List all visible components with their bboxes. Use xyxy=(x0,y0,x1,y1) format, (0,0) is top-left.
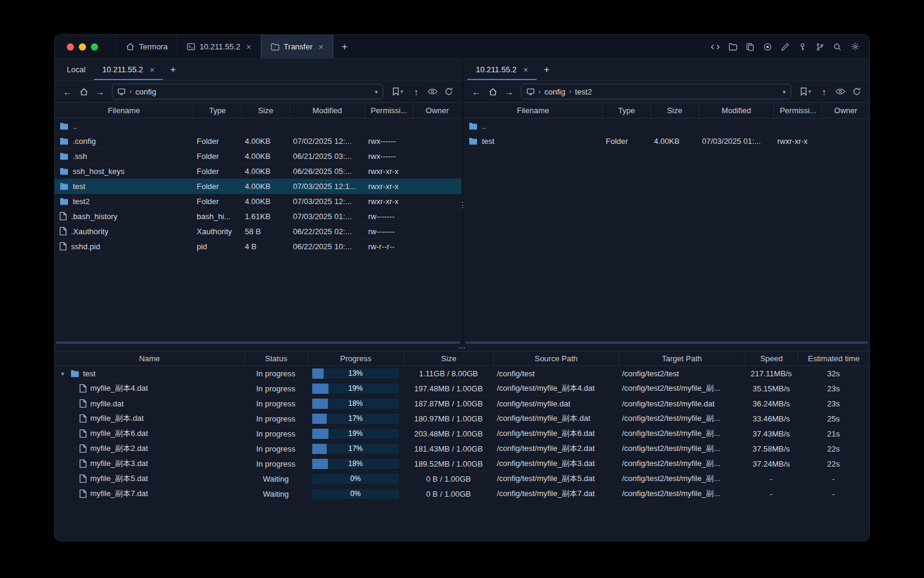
show-hidden-eye-button[interactable] xyxy=(833,84,848,99)
column-header-filename[interactable]: Filename xyxy=(464,103,602,118)
path-segment[interactable]: config xyxy=(135,87,156,96)
home-button[interactable] xyxy=(485,84,500,99)
column-header-speed[interactable]: Speed xyxy=(745,352,798,365)
code-icon[interactable] xyxy=(708,40,722,54)
tab-termora[interactable]: Termora xyxy=(116,35,177,58)
new-tab-button[interactable]: + xyxy=(333,35,356,58)
file-row[interactable]: .. xyxy=(55,119,461,134)
progress-label: 18% xyxy=(312,399,399,409)
file-row[interactable]: test Folder 4.00KB 07/03/2025 12:1... rw… xyxy=(55,179,461,194)
up-directory-button[interactable]: ↑ xyxy=(408,84,424,99)
chevron-down-icon[interactable]: ▾ xyxy=(375,89,378,95)
new-pane-tab-button[interactable]: + xyxy=(537,59,556,80)
back-button[interactable]: ← xyxy=(60,84,75,99)
column-header-modified[interactable]: Modified xyxy=(289,103,365,118)
transfer-row[interactable]: myfile_副本6.dat In progress 19% 203.48MB … xyxy=(55,426,869,441)
transfer-row[interactable]: myfile_副本2.dat In progress 17% 181.43MB … xyxy=(55,441,869,456)
bookmarks-button[interactable]: ▾ xyxy=(387,84,408,99)
transfer-row[interactable]: myfile_副本4.dat In progress 19% 197.48MB … xyxy=(55,381,869,396)
back-button[interactable]: ← xyxy=(469,84,484,99)
tab-transfer[interactable]: Transfer × xyxy=(261,35,333,58)
column-header-target-path[interactable]: Target Path xyxy=(618,352,745,365)
path-segment[interactable]: test2 xyxy=(575,87,592,96)
file-row[interactable]: test2 Folder 4.00KB 07/03/2025 12:... rw… xyxy=(55,194,461,209)
new-pane-tab-button[interactable]: + xyxy=(163,59,183,80)
file-row[interactable]: sshd.pid pid 4 B 06/22/2025 10:... rw-r-… xyxy=(55,239,461,254)
folder-icon[interactable] xyxy=(725,40,740,54)
transfer-row[interactable]: ▾ test In progress 13% 1.11GB / 8.00GB /… xyxy=(55,366,869,381)
path-bar[interactable]: › config ▾ xyxy=(112,84,383,99)
column-header-permissions[interactable]: Permissi... xyxy=(774,103,822,118)
file-row[interactable]: .Xauthority Xauthority 58 B 06/22/2025 0… xyxy=(55,224,461,239)
forward-button[interactable]: → xyxy=(501,84,517,99)
close-tab-icon[interactable]: × xyxy=(523,66,528,74)
home-button[interactable] xyxy=(76,84,91,99)
settings-gear-icon[interactable] xyxy=(848,40,862,54)
horizontal-scrollbar[interactable] xyxy=(56,341,460,344)
column-header-type[interactable]: Type xyxy=(193,103,241,118)
refresh-button[interactable] xyxy=(441,84,457,99)
up-directory-button[interactable]: ↑ xyxy=(816,84,832,99)
tab-local[interactable]: Local xyxy=(58,59,94,80)
file-row[interactable]: test Folder 4.00KB 07/03/2025 01:... rwx… xyxy=(464,134,869,149)
folder-icon xyxy=(469,137,478,145)
horizontal-scrollbar[interactable] xyxy=(465,341,868,344)
file-type: Xauthority xyxy=(193,227,241,236)
chevron-down-icon[interactable]: ▾ xyxy=(783,89,786,95)
record-icon[interactable] xyxy=(760,40,775,54)
column-header-size[interactable]: Size xyxy=(241,103,289,118)
transfer-progress-cell: 19% xyxy=(307,429,404,439)
close-window-button[interactable] xyxy=(67,43,74,51)
progress-label: 19% xyxy=(312,429,399,439)
column-header-owner[interactable]: Owner xyxy=(413,103,461,118)
file-row[interactable]: .. xyxy=(464,119,869,134)
file-row[interactable]: .config Folder 4.00KB 07/02/2025 12:... … xyxy=(55,134,461,149)
tab-remote-host[interactable]: 10.211.55.2 × xyxy=(94,59,163,80)
column-header-owner[interactable]: Owner xyxy=(822,103,869,118)
file-row[interactable]: .ssh Folder 4.00KB 06/21/2025 03:... rwx… xyxy=(55,149,461,164)
horizontal-splitter[interactable]: ⋯ xyxy=(55,346,869,351)
file-name-cell: .. xyxy=(464,122,602,131)
path-segment[interactable]: config xyxy=(544,87,565,96)
source-path: /config/test/myfile_副本2.dat xyxy=(493,443,618,454)
transfer-row[interactable]: myfile_副本.dat In progress 17% 180.97MB /… xyxy=(55,411,869,426)
column-header-estimated-time[interactable]: Estimated time xyxy=(798,352,869,365)
column-header-permissions[interactable]: Permissi... xyxy=(365,103,413,118)
file-row[interactable]: ssh_host_keys Folder 4.00KB 06/26/2025 0… xyxy=(55,164,461,179)
copy-icon[interactable] xyxy=(743,40,757,54)
forward-button[interactable]: → xyxy=(92,84,108,99)
column-header-type[interactable]: Type xyxy=(602,103,650,118)
show-hidden-eye-button[interactable] xyxy=(425,84,440,99)
key-icon[interactable] xyxy=(795,40,810,54)
close-tab-icon[interactable]: × xyxy=(319,43,324,51)
file-row[interactable]: .bash_history bash_hi... 1.61KB 07/03/20… xyxy=(55,209,461,224)
column-header-filename[interactable]: Filename xyxy=(55,103,193,118)
close-tab-icon[interactable]: × xyxy=(246,43,251,51)
transfer-row[interactable]: myfile_副本3.dat In progress 18% 189.52MB … xyxy=(55,456,869,471)
vertical-splitter[interactable]: ⋮ xyxy=(461,59,464,346)
column-header-size[interactable]: Size xyxy=(404,352,493,365)
close-tab-icon[interactable]: × xyxy=(150,66,155,74)
transfer-row[interactable]: myfile_副本5.dat Waiting 0% 0 B / 1.00GB /… xyxy=(55,471,869,486)
refresh-button[interactable] xyxy=(849,84,864,99)
transfer-status: In progress xyxy=(244,399,307,408)
column-header-size[interactable]: Size xyxy=(650,103,698,118)
pencil-icon[interactable] xyxy=(778,40,792,54)
progress-label: 13% xyxy=(312,368,399,379)
column-header-modified[interactable]: Modified xyxy=(698,103,774,118)
path-bar[interactable]: › config › test2 ▾ xyxy=(521,84,791,99)
column-header-source-path[interactable]: Source Path xyxy=(493,352,618,365)
bookmarks-button[interactable]: ▾ xyxy=(795,84,816,99)
zoom-window-button[interactable] xyxy=(91,43,98,51)
transfer-row[interactable]: myfile_副本7.dat Waiting 0% 0 B / 1.00GB /… xyxy=(55,486,869,502)
expand-chevron-icon[interactable]: ▾ xyxy=(58,370,67,377)
minimize-window-button[interactable] xyxy=(79,43,86,51)
tab-remote-host[interactable]: 10.211.55.2 × xyxy=(467,59,537,80)
branch-icon[interactable] xyxy=(813,40,827,54)
transfer-row[interactable]: myfile.dat In progress 18% 187.87MB / 1.… xyxy=(55,396,869,411)
column-header-name[interactable]: Name xyxy=(55,352,244,365)
column-header-status[interactable]: Status xyxy=(244,352,307,365)
tab-host-session[interactable]: 10.211.55.2 × xyxy=(177,35,261,58)
search-icon[interactable] xyxy=(830,40,845,54)
column-header-progress[interactable]: Progress xyxy=(307,352,404,365)
